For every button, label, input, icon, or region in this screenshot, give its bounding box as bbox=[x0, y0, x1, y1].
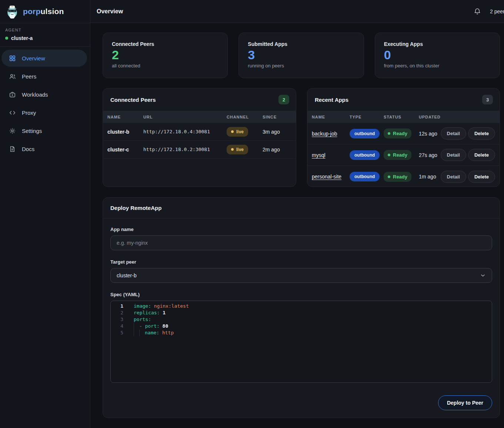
sidebar-nav: Overview Peers Workloads bbox=[0, 47, 90, 157]
target-peer-field-group: Target peer cluster-b bbox=[110, 259, 492, 283]
deploy-title: Deploy RemoteApp bbox=[110, 205, 161, 211]
app-title: porpulsion bbox=[23, 7, 64, 16]
porpoise-mascot-icon bbox=[5, 4, 19, 19]
ready-badge: Ready bbox=[384, 150, 411, 160]
deploy-to-peer-button[interactable]: Deploy to Peer bbox=[438, 395, 492, 410]
connected-peers-panel: Connected Peers 2 NAME URL CHANNEL SINCE… bbox=[103, 88, 296, 187]
line-number: 5 bbox=[111, 330, 123, 336]
app-name-label: App name bbox=[110, 227, 492, 232]
peer-since: 3m ago bbox=[263, 129, 291, 135]
sidebar-item-proxy[interactable]: Proxy bbox=[1, 104, 87, 121]
arrows-icon bbox=[9, 109, 16, 116]
live-dot-icon bbox=[231, 148, 234, 151]
sidebar-item-label: Workloads bbox=[22, 91, 48, 98]
code-line: 1 image: nginx:latest bbox=[111, 303, 492, 310]
table-row: mysql outbound Ready 27s ago Detail Dele… bbox=[307, 144, 500, 166]
table-header: NAME URL CHANNEL SINCE bbox=[103, 111, 296, 123]
peer-count-badge: 2 bbox=[278, 95, 289, 104]
app-name-link[interactable]: personal-site bbox=[312, 174, 341, 180]
app-name-input[interactable] bbox=[110, 235, 492, 250]
code-line: 2 replicas: 1 bbox=[111, 310, 492, 316]
channel-cell: live bbox=[227, 127, 263, 137]
detail-button[interactable]: Detail bbox=[441, 127, 466, 140]
deploy-header: Deploy RemoteApp bbox=[103, 198, 500, 218]
panel-title: Recent Apps bbox=[315, 97, 348, 103]
topbar-right: 2 peers bbox=[474, 8, 504, 15]
stat-value: 3 bbox=[248, 48, 354, 62]
ready-dot-icon bbox=[388, 154, 390, 156]
code-line: 5 name: http bbox=[111, 330, 492, 336]
app-count-badge: 3 bbox=[482, 95, 493, 104]
briefcase-icon bbox=[9, 91, 16, 98]
spec-yaml-label: Spec (YAML) bbox=[110, 292, 492, 297]
line-number: 4 bbox=[111, 323, 123, 330]
stats-row: Connected Peers 2 all connected Submitte… bbox=[103, 33, 500, 78]
column-header-updated: UPDATED bbox=[419, 115, 445, 119]
detail-button[interactable]: Detail bbox=[441, 171, 466, 183]
ready-badge: Ready bbox=[384, 172, 411, 182]
app-name-link[interactable]: mysql bbox=[312, 152, 326, 158]
column-header-name: NAME bbox=[107, 115, 143, 119]
spec-field-group: Spec (YAML) 1 image: nginx:latest 2 repl… bbox=[110, 292, 492, 383]
panel-title: Connected Peers bbox=[110, 97, 156, 103]
stat-card-executing-apps: Executing Apps 0 from peers, on this clu… bbox=[375, 33, 500, 78]
target-peer-value: cluster-b bbox=[117, 272, 137, 278]
table-row: cluster-b http://172.18.0.4:30081 live 3… bbox=[103, 123, 296, 141]
stat-subtitle: from peers, on this cluster bbox=[384, 63, 491, 68]
sidebar-item-workloads[interactable]: Workloads bbox=[1, 86, 87, 103]
deploy-form: App name Target peer cluster-b Spec (YAM… bbox=[103, 218, 500, 418]
panel-header: Recent Apps 3 bbox=[307, 88, 500, 111]
target-peer-select[interactable]: cluster-b bbox=[110, 268, 492, 283]
stat-card-submitted-apps: Submitted Apps 3 running on peers bbox=[238, 33, 364, 78]
document-icon bbox=[9, 146, 16, 153]
detail-button[interactable]: Detail bbox=[441, 149, 466, 161]
topbar: Overview 2 peers bbox=[90, 0, 504, 23]
peer-url: http://172.18.0.4:30081 bbox=[143, 129, 227, 134]
live-dot-icon bbox=[231, 130, 234, 133]
sidebar-item-label: Proxy bbox=[22, 110, 36, 116]
column-header-status: STATUS bbox=[384, 115, 419, 119]
agent-online-dot bbox=[5, 37, 8, 40]
ready-badge: Ready bbox=[384, 128, 411, 138]
delete-button[interactable]: Delete bbox=[468, 171, 495, 183]
stat-value: 0 bbox=[384, 48, 491, 62]
sidebar-item-label: Settings bbox=[22, 128, 42, 134]
chevron-down-icon bbox=[480, 272, 486, 278]
sidebar-item-peers[interactable]: Peers bbox=[1, 68, 87, 85]
row-actions: Detail Delete bbox=[445, 171, 495, 183]
sidebar-item-settings[interactable]: Settings bbox=[1, 122, 87, 139]
live-badge: live bbox=[227, 127, 248, 137]
ready-dot-icon bbox=[388, 132, 390, 135]
table-row: cluster-c http://172.18.0.2:30081 live 2… bbox=[103, 141, 296, 158]
peer-since: 2m ago bbox=[263, 147, 291, 153]
delete-button[interactable]: Delete bbox=[468, 127, 495, 140]
outbound-badge: outbound bbox=[350, 150, 380, 160]
indent-guide bbox=[139, 330, 145, 336]
stat-title: Submitted Apps bbox=[248, 41, 354, 47]
sidebar-item-label: Docs bbox=[22, 146, 34, 152]
agent-label: AGENT bbox=[5, 28, 85, 32]
outbound-badge: outbound bbox=[350, 129, 380, 138]
live-badge: live bbox=[227, 145, 248, 154]
brand: porpulsion bbox=[0, 0, 90, 23]
main-area: Overview 2 peers Connected Peers 2 all c… bbox=[90, 0, 504, 428]
yaml-code-editor[interactable]: 1 image: nginx:latest 2 replicas: 1 3 po… bbox=[110, 301, 492, 383]
stat-subtitle: running on peers bbox=[248, 63, 354, 68]
recent-apps-panel: Recent Apps 3 NAME TYPE STATUS UPDATED b… bbox=[307, 88, 500, 187]
bell-icon[interactable] bbox=[474, 8, 481, 15]
peer-name: cluster-c bbox=[107, 147, 143, 153]
stat-title: Executing Apps bbox=[384, 41, 491, 47]
sidebar-item-docs[interactable]: Docs bbox=[1, 140, 87, 157]
ready-dot-icon bbox=[388, 175, 390, 178]
deploy-footer: Deploy to Peer bbox=[110, 383, 492, 411]
line-number: 3 bbox=[111, 316, 123, 323]
app-name-link[interactable]: backup-job bbox=[312, 131, 337, 137]
stat-value: 2 bbox=[112, 48, 218, 62]
sidebar-item-overview[interactable]: Overview bbox=[1, 50, 87, 67]
delete-button[interactable]: Delete bbox=[468, 149, 495, 161]
table-header: NAME TYPE STATUS UPDATED bbox=[307, 111, 500, 123]
sidebar-item-label: Overview bbox=[22, 55, 45, 61]
indent-guide bbox=[134, 323, 139, 330]
sidebar-item-label: Peers bbox=[22, 73, 36, 80]
gear-icon bbox=[9, 127, 16, 134]
